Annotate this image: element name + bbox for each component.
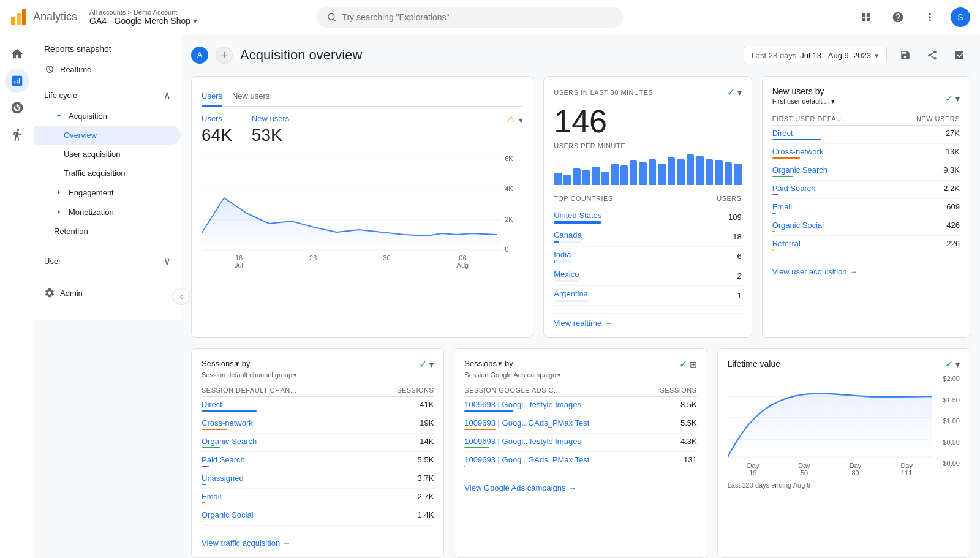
share-button[interactable]	[921, 44, 943, 66]
logo[interactable]: Analytics	[10, 8, 77, 26]
green-check-icon: ✓	[419, 358, 427, 370]
more-options-button[interactable]	[919, 6, 941, 28]
green-check-icon: ✓	[679, 358, 687, 370]
new-user-channel[interactable]: Organic Search	[772, 165, 827, 175]
ads-channel-name[interactable]: 1009693 | Googl...festyle Images	[464, 400, 581, 409]
retention-nav-item[interactable]: Retention	[34, 222, 181, 241]
collapse-nav-button[interactable]: ‹	[173, 288, 190, 305]
new-user-channel[interactable]: Paid Search	[772, 184, 816, 193]
ads-subtitle[interactable]: Session Google Ads campaign ▾	[464, 371, 696, 379]
sessions-subtitle[interactable]: Session default channel group ▾	[202, 371, 434, 379]
view-google-ads-link[interactable]: View Google Ads campaigns →	[464, 483, 696, 492]
green-check-icon: ✓	[945, 358, 953, 370]
date-range-picker[interactable]: Last 28 days Jul 13 - Aug 9, 2023 ▾	[744, 47, 887, 64]
channel-name[interactable]: Organic Social	[202, 510, 254, 519]
tab-users[interactable]: Users	[202, 86, 222, 107]
account-name[interactable]: GA4 - Google Merch Shop ▾	[89, 16, 197, 26]
account-breadcrumb: All accounts > Demo Account	[89, 9, 197, 16]
new-user-value: 226	[946, 239, 960, 251]
overview-nav-item[interactable]: Overview	[34, 126, 181, 145]
view-realtime-link[interactable]: View realtime →	[554, 319, 741, 328]
chart-dropdown-button[interactable]: ▾	[519, 115, 523, 125]
tab-new-users[interactable]: New users	[232, 86, 270, 107]
sessions-card-header: Sessions ▾ by ✓ ▾	[202, 358, 434, 370]
monetization-nav-item[interactable]: Monetization	[34, 202, 181, 222]
sidebar-icon-advertising[interactable]	[5, 123, 29, 147]
bar-5	[592, 167, 599, 185]
search-input[interactable]	[342, 12, 613, 22]
channel-name[interactable]: Paid Search	[202, 455, 245, 464]
left-panel-bottom: Admin	[34, 277, 181, 308]
sidebar-icon-home[interactable]	[5, 42, 29, 66]
new-users-dropdown-button[interactable]: ▾	[956, 94, 960, 104]
country-users: 6	[737, 252, 741, 261]
channel-bar	[772, 213, 776, 214]
insights-button[interactable]	[948, 44, 970, 66]
ads-channel-name[interactable]: 1009693 | Goog...GAds_PMax Test	[464, 418, 589, 428]
country-users: 18	[733, 232, 741, 241]
account-dropdown-icon: ▾	[193, 16, 197, 26]
lifetime-dropdown-button[interactable]: ▾	[956, 360, 960, 369]
ads-channel-name[interactable]: 1009693 | Goog...GAds_PMax Test	[464, 455, 589, 464]
new-user-row-referral: Referral 226	[772, 236, 960, 254]
grid-icon	[860, 11, 872, 23]
bar-17	[706, 159, 713, 186]
channel-name[interactable]: Cross-network	[202, 418, 253, 428]
ads-channel-name[interactable]: 1009693 | Googl...festyle Images	[464, 437, 581, 446]
alert-icon: ⚠	[507, 114, 515, 126]
new-user-channel[interactable]: Referral	[772, 239, 801, 248]
avatar[interactable]: S	[951, 7, 970, 27]
bar-2	[564, 175, 571, 186]
engagement-nav-item[interactable]: Engagement	[34, 183, 181, 202]
grid-apps-button[interactable]	[855, 6, 877, 28]
country-name[interactable]: India	[554, 250, 571, 259]
new-user-channel[interactable]: Email	[772, 202, 793, 211]
user-section-header[interactable]: User ∨	[34, 251, 181, 272]
channel-name[interactable]: Organic Search	[202, 437, 257, 446]
country-name[interactable]: Mexico	[554, 270, 579, 279]
realtime-dropdown-button[interactable]: ▾	[737, 88, 742, 97]
country-name[interactable]: United States	[554, 211, 601, 220]
country-bar	[554, 280, 554, 282]
new-users-metric: New users 53K	[252, 114, 289, 145]
new-user-channel[interactable]: Organic Social	[772, 221, 824, 230]
acquisition-nav-item[interactable]: Acquisition	[34, 106, 181, 126]
channel-name[interactable]: Email	[202, 492, 222, 501]
view-user-acquisition-link[interactable]: View user acquisition →	[772, 267, 960, 276]
user-acquisition-nav-item[interactable]: User acquisition	[34, 145, 181, 164]
country-name[interactable]: Canada	[554, 230, 582, 239]
realtime-header-actions: ✓ ▾	[727, 86, 742, 98]
new-users-table-header: FIRST USER DEFAU... NEW USERS	[772, 113, 960, 126]
sessions-view-link-container: View traffic acquisition →	[202, 533, 434, 548]
new-user-channel[interactable]: Direct	[772, 129, 821, 138]
traffic-acquisition-nav-item[interactable]: Traffic acquisition	[34, 164, 181, 183]
lifecycle-section-header[interactable]: Life cycle ∧	[34, 85, 181, 106]
main-layout: Reports snapshot Realtime Life cycle ∧	[0, 34, 980, 558]
sidebar-icon-explore[interactable]	[5, 96, 29, 120]
account-info: All accounts > Demo Account GA4 - Google…	[89, 9, 197, 26]
green-check-icon: ✓	[727, 86, 735, 98]
admin-settings-item[interactable]: Admin	[34, 282, 181, 303]
ads-table: 1009693 | Googl...festyle Images 8.5K 10…	[464, 397, 696, 470]
channel-name[interactable]: Unassigned	[202, 473, 244, 483]
new-user-channel[interactable]: Cross-network	[772, 147, 824, 156]
view-traffic-acquisition-link[interactable]: View traffic acquisition →	[202, 538, 434, 548]
realtime-value: 146	[554, 103, 741, 140]
sessions-dropdown-button[interactable]: ▾	[429, 360, 434, 369]
new-users-subtitle[interactable]: First user default ... ▾	[772, 97, 835, 105]
help-button[interactable]	[887, 6, 909, 28]
sidebar-icon-reports[interactable]	[5, 69, 29, 93]
sessions-value: 19K	[420, 418, 434, 428]
ads-row-4: 1009693 | Goog...GAds_PMax Test 131	[464, 452, 696, 470]
country-name[interactable]: Argentina	[554, 289, 588, 298]
page-title: Acquisition overview	[240, 47, 362, 63]
lifetime-title: Lifetime value	[728, 359, 780, 369]
channel-name[interactable]: Direct	[202, 400, 257, 409]
new-user-row-crossnetwork: Cross-network 13K	[772, 144, 960, 162]
realtime-view-link-container: View realtime →	[554, 313, 741, 328]
search-bar[interactable]	[317, 7, 623, 28]
ads-dimension-dropdown-icon: ▾	[557, 371, 561, 379]
realtime-nav-item[interactable]: Realtime	[34, 59, 181, 80]
add-comparison-button[interactable]: +	[216, 47, 233, 64]
save-report-button[interactable]	[894, 44, 916, 66]
